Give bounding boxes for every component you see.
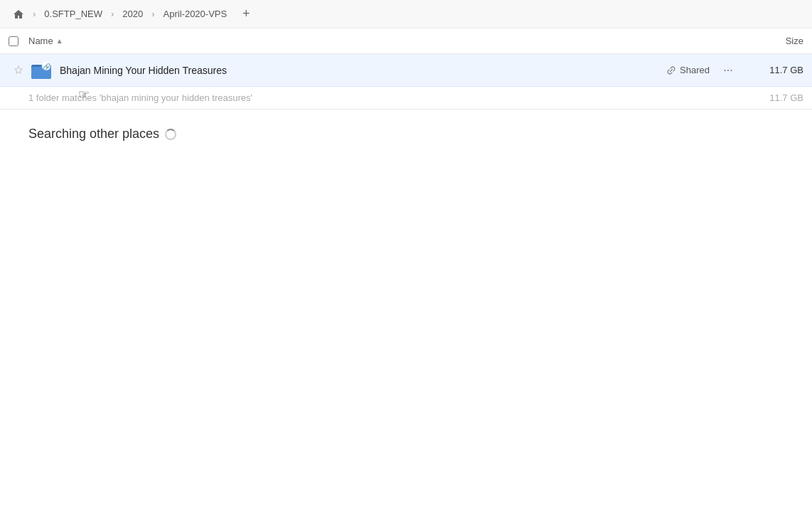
link-icon xyxy=(666,65,676,75)
sort-arrow-icon: ▲ xyxy=(56,37,63,45)
home-button[interactable] xyxy=(9,4,28,24)
name-column-label: Name xyxy=(28,36,53,46)
summary-size: 11.7 GB xyxy=(747,92,803,103)
file-list-item[interactable]: 🔗 Bhajan Mining Your Hidden Treasures Sh… xyxy=(0,54,812,87)
searching-other-places-section: Searching other places xyxy=(0,110,812,150)
loading-spinner xyxy=(165,129,176,140)
breadcrumb-item-sftp[interactable]: 0.SFTP_NEW xyxy=(40,6,107,21)
breadcrumb-item-2020[interactable]: 2020 xyxy=(118,6,147,21)
more-options-button[interactable]: ··· xyxy=(718,60,738,80)
shared-label: Shared xyxy=(680,65,710,75)
breadcrumb-separator-1: › xyxy=(31,9,37,19)
breadcrumb-separator-3: › xyxy=(150,9,156,19)
breadcrumb-bar: › 0.SFTP_NEW › 2020 › April-2020-VPS + xyxy=(0,0,812,28)
folder-icon: 🔗 xyxy=(28,58,54,83)
summary-row: 1 folder matches 'bhajan mining your hid… xyxy=(0,87,812,110)
shared-badge: Shared xyxy=(666,65,710,75)
name-column-header[interactable]: Name ▲ xyxy=(28,36,732,46)
select-all-checkbox[interactable] xyxy=(9,36,18,46)
size-column-header[interactable]: Size xyxy=(732,36,803,46)
breadcrumb-item-april[interactable]: April-2020-VPS xyxy=(159,6,232,21)
file-size-value: 11.7 GB xyxy=(747,65,803,75)
summary-text: 1 folder matches 'bhajan mining your hid… xyxy=(28,92,747,103)
svg-text:🔗: 🔗 xyxy=(43,63,51,71)
add-tab-button[interactable]: + xyxy=(237,5,255,23)
file-name-label: Bhajan Mining Your Hidden Treasures xyxy=(60,65,666,76)
column-header-row: Name ▲ Size xyxy=(0,28,812,54)
breadcrumb-separator-2: › xyxy=(109,9,115,19)
select-all-checkbox-wrap[interactable] xyxy=(9,36,28,46)
star-icon[interactable] xyxy=(9,65,28,75)
searching-label: Searching other places xyxy=(28,127,159,142)
